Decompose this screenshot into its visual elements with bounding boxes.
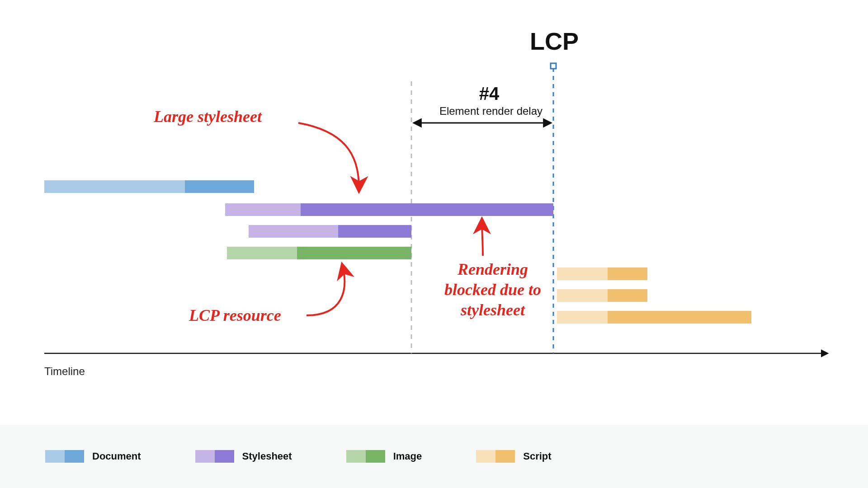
- phase-subtitle: Element render delay: [423, 105, 559, 117]
- bar-script-2: [557, 289, 647, 302]
- legend: Document Stylesheet Image Script: [0, 425, 868, 488]
- legend-label-script: Script: [523, 450, 551, 462]
- legend-item-script: Script: [476, 450, 551, 463]
- bar-script-1: [557, 267, 647, 280]
- swatch-image: [346, 450, 385, 463]
- legend-label-document: Document: [92, 450, 141, 462]
- svg-rect-3: [551, 63, 556, 69]
- swatch-stylesheet: [195, 450, 234, 463]
- diagram-svg: [0, 0, 868, 488]
- bar-stylesheet-small: [249, 225, 411, 238]
- diagram-stage: LCP #4 Element render delay Large styles…: [0, 0, 868, 488]
- legend-item-stylesheet: Stylesheet: [195, 450, 292, 463]
- swatch-document: [45, 450, 84, 463]
- swatch-script: [476, 450, 515, 463]
- lcp-marker-label: LCP: [530, 27, 579, 55]
- axis-label: Timeline: [44, 365, 85, 378]
- annotation-lcp-resource: LCP resource: [189, 305, 281, 326]
- bar-image-lcp: [227, 247, 411, 259]
- legend-item-document: Document: [45, 450, 141, 463]
- bar-stylesheet-large: [225, 203, 553, 216]
- bar-script-3: [557, 311, 751, 324]
- legend-label-image: Image: [393, 450, 422, 462]
- legend-label-stylesheet: Stylesheet: [242, 450, 292, 462]
- phase-number: #4: [458, 84, 521, 104]
- legend-item-image: Image: [346, 450, 422, 463]
- bar-document: [44, 180, 254, 193]
- annotation-render-blocked: Rendering blocked due to stylesheet: [434, 259, 552, 320]
- annotation-large-stylesheet: Large stylesheet: [154, 107, 262, 127]
